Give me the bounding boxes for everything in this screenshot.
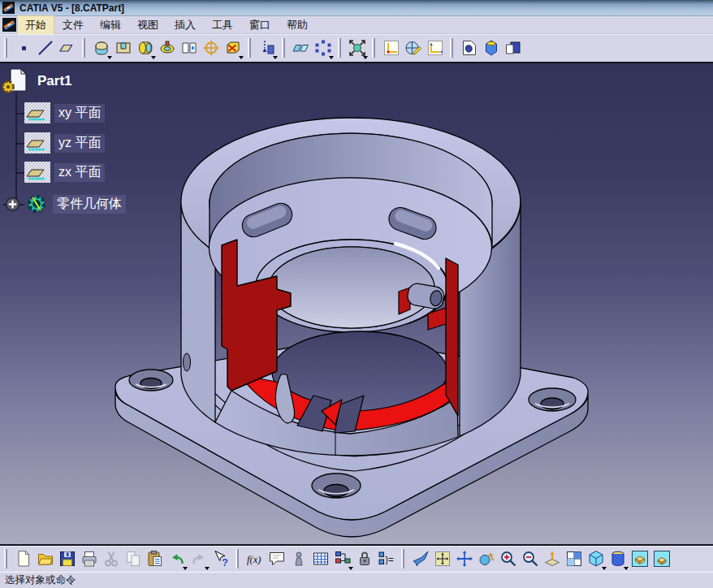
shaft-button[interactable] — [134, 37, 156, 59]
fly-mode-button[interactable] — [409, 548, 431, 570]
stiffener-button[interactable] — [178, 37, 200, 59]
sketch-axis-button[interactable] — [424, 37, 446, 59]
remove-body-icon — [503, 38, 523, 58]
document-logo-icon — [2, 18, 16, 32]
menu-edit[interactable]: 编辑 — [93, 16, 128, 34]
print-button[interactable] — [78, 548, 100, 570]
cut-wall-right[interactable] — [446, 258, 458, 416]
toolbar-grip[interactable] — [450, 38, 453, 58]
open-button[interactable] — [34, 548, 56, 570]
tree-node-yz-plane[interactable]: yz 平面 — [24, 132, 105, 153]
undo-button[interactable] — [166, 548, 188, 570]
pocket-button[interactable] — [112, 37, 134, 59]
tree-node-xy-plane[interactable]: xy 平面 — [24, 102, 105, 123]
lock-button[interactable] — [353, 548, 375, 570]
relations-icon: }= — [377, 549, 396, 569]
history-graph-icon — [333, 549, 352, 569]
new-button[interactable] — [12, 548, 34, 570]
plane-icon — [58, 38, 77, 58]
zoom-out-icon — [521, 549, 540, 569]
stiffener-icon — [179, 38, 199, 58]
toolbar-grip[interactable] — [4, 38, 7, 58]
zoom-in-button[interactable] — [497, 548, 519, 570]
render-style-button[interactable] — [607, 548, 629, 570]
redo-icon — [189, 549, 209, 569]
fit-all-button[interactable] — [431, 548, 453, 570]
add-body-button[interactable] — [480, 37, 502, 59]
menu-tools[interactable]: 工具 — [205, 16, 240, 34]
tree-node-part1[interactable]: Part1 — [2, 68, 76, 94]
expand-node-icon[interactable] — [5, 197, 20, 212]
hide-show-button[interactable] — [629, 548, 650, 570]
menu-file[interactable]: 文件 — [55, 16, 91, 34]
toolbar-grip[interactable] — [236, 549, 239, 569]
remove-face-dropdown-arrow[interactable] — [239, 56, 244, 59]
hole-button[interactable] — [200, 37, 222, 59]
toolbar-grip[interactable] — [248, 38, 251, 58]
pad-button[interactable] — [90, 37, 112, 59]
copy-icon — [123, 549, 143, 569]
groove-button[interactable] — [156, 37, 178, 59]
menu-start[interactable]: 开始 — [18, 16, 54, 34]
translate-dropdown-arrow[interactable] — [273, 56, 278, 59]
copy-button[interactable] — [122, 548, 144, 570]
relations-button[interactable]: }= — [375, 548, 397, 570]
rotate-button[interactable] — [475, 548, 497, 570]
positioned-sketch-button[interactable] — [402, 37, 424, 59]
circular-pattern-icon — [313, 38, 333, 58]
menu-window[interactable]: 窗口 — [242, 16, 278, 34]
tree-node-zx-plane[interactable]: zx 平面 — [24, 162, 105, 183]
bolt-hole-left[interactable] — [129, 370, 173, 391]
toolbar-grip[interactable] — [82, 38, 85, 58]
menu-insert[interactable]: 插入 — [167, 16, 203, 34]
viewport-3d[interactable]: Part1 xy 平面 yz 平面 — [0, 63, 713, 544]
swap-visible-space-button[interactable] — [650, 548, 672, 570]
plane-button[interactable] — [56, 37, 78, 59]
scale-button[interactable] — [346, 37, 368, 59]
multi-view-icon — [564, 549, 584, 569]
formula-button[interactable]: f(x) — [244, 548, 266, 570]
sketcher-button[interactable] — [380, 37, 402, 59]
hole-icon — [201, 38, 221, 58]
translate-button[interactable] — [256, 37, 278, 59]
redo-button[interactable] — [188, 548, 210, 570]
normal-view-button[interactable] — [541, 548, 563, 570]
toolbar-grip[interactable] — [401, 549, 404, 569]
mirror-button[interactable] — [290, 37, 312, 59]
bolt-hole-right[interactable] — [529, 388, 576, 411]
menu-view[interactable]: 视图 — [130, 16, 166, 34]
title-bar[interactable]: CATIA V5 - [8.CATPart] — [0, 0, 713, 16]
groove-icon — [158, 38, 177, 58]
comment-button[interactable] — [266, 548, 287, 570]
fly-mode-icon — [411, 549, 430, 569]
tree-node-partbody[interactable]: 零件几何体 — [5, 192, 126, 216]
scale-dropdown-arrow[interactable] — [363, 56, 368, 59]
design-table-button[interactable] — [309, 548, 331, 570]
history-graph-button[interactable] — [331, 548, 353, 570]
bolt-hole-front[interactable] — [312, 473, 361, 498]
zoom-out-button[interactable] — [519, 548, 541, 570]
circular-pattern-button[interactable] — [312, 37, 334, 59]
multi-view-button[interactable] — [563, 548, 585, 570]
swap-visible-space-icon — [652, 549, 672, 569]
circular-pattern-dropdown-arrow[interactable] — [329, 56, 334, 59]
menu-help[interactable]: 帮助 — [279, 16, 315, 34]
toolbar-grip[interactable] — [282, 38, 285, 58]
toolbar-grip[interactable] — [372, 38, 375, 58]
pan-button[interactable] — [453, 548, 475, 570]
cut-button[interactable] — [100, 548, 122, 570]
point-button[interactable] — [12, 37, 34, 59]
whats-this-button[interactable]: ? — [210, 548, 231, 570]
toolbar-grip[interactable] — [338, 38, 341, 58]
toolbar-grip[interactable] — [4, 549, 7, 569]
iso-view-button[interactable] — [585, 548, 607, 570]
line-button[interactable] — [34, 37, 56, 59]
paste-button[interactable] — [144, 548, 166, 570]
remove-body-button[interactable] — [502, 37, 524, 59]
lock-icon — [355, 549, 374, 569]
knowledge-button[interactable] — [287, 548, 309, 570]
assemble-body-button[interactable] — [458, 37, 480, 59]
save-button[interactable] — [56, 548, 78, 570]
side-slot-hole[interactable] — [184, 353, 191, 371]
remove-face-button[interactable] — [222, 37, 244, 59]
